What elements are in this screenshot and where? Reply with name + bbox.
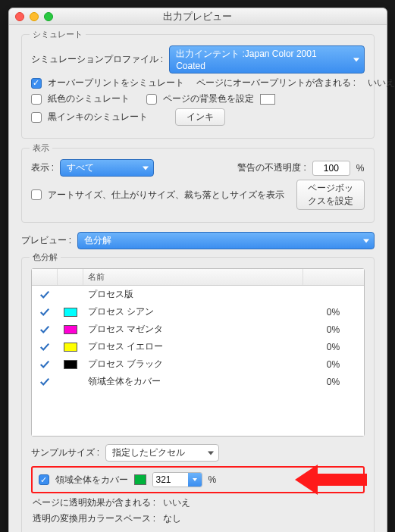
color-chip [64, 343, 77, 352]
sample-value: 指定したピクセル [112, 446, 185, 459]
table-row[interactable]: プロセス マゼンタ0% [32, 321, 364, 338]
percent-2: % [208, 474, 217, 485]
content: シミュレート シミュレーションプロファイル : 出力インテント :Japan C… [9, 25, 387, 532]
red-arrow-icon [295, 461, 371, 499]
table-row[interactable]: プロセス イエロー0% [32, 338, 364, 355]
table-header: 名前 [32, 269, 364, 286]
table-spacer [32, 390, 364, 436]
row-value: 0% [303, 307, 364, 318]
row-name: プロセス マゼンタ [83, 321, 303, 337]
color-chip [64, 325, 77, 334]
table-row[interactable]: プロセス シアン0% [32, 303, 364, 321]
table-row[interactable]: プロセス ブラック0% [32, 355, 364, 373]
separations-group: 色分解 名前 プロセス版プロセス シアン0%プロセス マゼンタ0%プロセス イエ… [21, 257, 375, 532]
sample-label: サンプルサイズ : [31, 446, 100, 459]
color-chip [64, 360, 77, 369]
percent-1: % [356, 163, 365, 174]
warning-opacity-input[interactable] [312, 161, 350, 176]
transparency-label: ページに透明効果が含まれる : [33, 496, 156, 509]
row-name: プロセス版 [83, 286, 303, 302]
profile-value: 出力インテント :Japan Color 2001 Coated [176, 48, 348, 71]
check-icon[interactable] [39, 359, 50, 370]
check-icon[interactable] [39, 289, 50, 300]
ink-button[interactable]: インキ [175, 108, 225, 126]
paper-checkbox[interactable] [31, 94, 42, 105]
display-value: すべて [67, 161, 94, 174]
colorspace-label: 透明の変換用カラースペース : [33, 512, 156, 525]
overprint-label: オーバープリントをシミュレート [48, 77, 184, 89]
check-icon[interactable] [39, 307, 50, 318]
row-value: 0% [303, 324, 364, 335]
display-group-label: 表示 [30, 142, 52, 154]
sample-select[interactable]: 指定したピクセル [105, 444, 219, 462]
display-select[interactable]: すべて [60, 159, 154, 177]
pagebox-button[interactable]: ページボックスを設定 [296, 180, 365, 210]
artsize-checkbox[interactable] [31, 189, 42, 200]
coverage-combo[interactable] [152, 472, 202, 487]
transparency-value: いいえ [163, 496, 190, 509]
page-overprint-label: ページにオーバープリントが含まれる : [196, 77, 356, 89]
coverage-input[interactable] [153, 473, 188, 487]
separations-label: 色分解 [30, 252, 61, 263]
simulate-group: シミュレート シミュレーションプロファイル : 出力インテント :Japan C… [21, 34, 375, 139]
colorspace-value: なし [163, 512, 181, 525]
bgcolor-checkbox[interactable] [146, 94, 157, 105]
preview-value: 色分解 [84, 234, 111, 247]
svg-marker-0 [295, 465, 367, 495]
row-name: プロセス シアン [83, 304, 303, 320]
warning-opacity-label: 警告の不透明度 : [237, 161, 306, 174]
profile-label: シミュレーションプロファイル : [31, 53, 164, 66]
window-title: 出力プレビュー [9, 10, 387, 23]
page-overprint-value: いいえ [368, 77, 395, 89]
paper-label: 紙色のシミュレート [48, 92, 130, 105]
preview-label: プレビュー : [21, 234, 72, 247]
bgcolor-label: ページの背景色を設定 [163, 92, 254, 105]
check-icon[interactable] [39, 324, 50, 335]
row-value: 0% [303, 342, 364, 352]
window: 出力プレビュー シミュレート シミュレーションプロファイル : 出力インテント … [8, 8, 387, 532]
row-value: 0% [303, 359, 364, 370]
table-row[interactable]: プロセス版 [32, 286, 364, 303]
profile-select[interactable]: 出力インテント :Japan Color 2001 Coated [169, 45, 364, 74]
coverage-highlight: 領域全体をカバー % [31, 466, 365, 493]
row-name: プロセス ブラック [83, 356, 303, 372]
check-icon[interactable] [39, 377, 50, 387]
check-icon[interactable] [39, 342, 50, 352]
row-name: プロセス イエロー [83, 339, 303, 355]
blackink-checkbox[interactable] [31, 112, 42, 123]
coverage-swatch[interactable] [134, 474, 146, 485]
preview-select[interactable]: 色分解 [77, 232, 374, 249]
header-name: 名前 [83, 269, 303, 285]
bgcolor-swatch[interactable] [260, 94, 275, 105]
row-value: 0% [303, 377, 364, 387]
separations-table: 名前 プロセス版プロセス シアン0%プロセス マゼンタ0%プロセス イエロー0%… [31, 268, 365, 437]
display-group: 表示 表示 : すべて 警告の不透明度 : % アートサイズ、仕上がりサイズ、裁… [21, 148, 375, 223]
overprint-checkbox[interactable] [31, 78, 42, 89]
display-label: 表示 : [31, 161, 55, 174]
blackink-label: 黒インキのシミュレート [48, 111, 148, 124]
table-row[interactable]: 領域全体をカバー0% [32, 373, 364, 390]
row-name: 領域全体をカバー [83, 374, 303, 390]
titlebar[interactable]: 出力プレビュー [9, 8, 387, 25]
color-chip [64, 308, 77, 317]
artsize-label: アートサイズ、仕上がりサイズ、裁ち落としサイズを表示 [48, 189, 284, 202]
simulate-label: シミュレート [30, 29, 86, 40]
coverage-label: 領域全体をカバー [55, 474, 128, 487]
coverage-checkbox[interactable] [39, 474, 49, 485]
chevron-down-icon[interactable] [188, 473, 202, 487]
